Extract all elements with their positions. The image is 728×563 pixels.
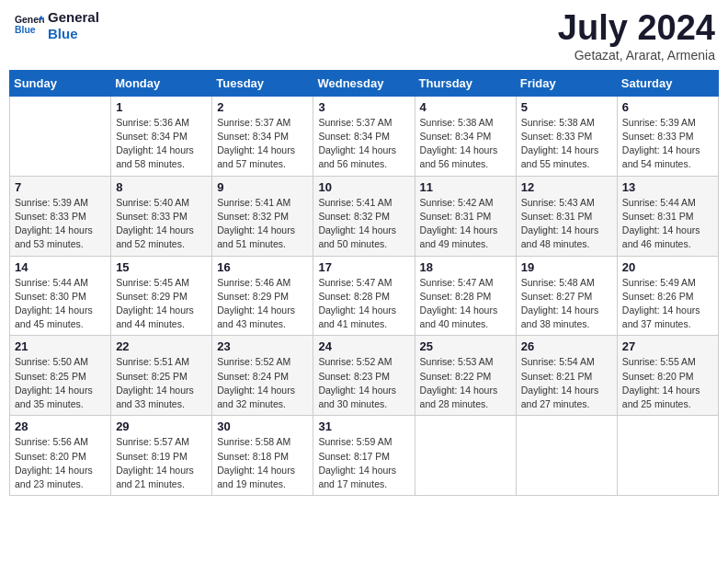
page-header: General Blue General Blue July 2024 Geta…	[9, 9, 719, 63]
calendar-week-row: 7Sunrise: 5:39 AMSunset: 8:33 PMDaylight…	[10, 176, 719, 256]
day-number: 29	[116, 419, 207, 433]
location: Getazat, Ararat, Armenia	[558, 48, 715, 63]
day-number: 21	[15, 339, 106, 353]
calendar-week-row: 14Sunrise: 5:44 AMSunset: 8:30 PMDayligh…	[10, 256, 719, 336]
day-info: Sunrise: 5:41 AMSunset: 8:32 PMDaylight:…	[318, 196, 409, 252]
calendar-cell: 18Sunrise: 5:47 AMSunset: 8:28 PMDayligh…	[415, 256, 516, 336]
day-number: 8	[116, 180, 207, 194]
calendar-week-row: 28Sunrise: 5:56 AMSunset: 8:20 PMDayligh…	[10, 416, 719, 496]
calendar-cell: 27Sunrise: 5:55 AMSunset: 8:20 PMDayligh…	[617, 336, 718, 416]
day-number: 27	[622, 339, 713, 353]
day-info: Sunrise: 5:39 AMSunset: 8:33 PMDaylight:…	[622, 116, 713, 172]
day-info: Sunrise: 5:50 AMSunset: 8:25 PMDaylight:…	[15, 355, 106, 411]
day-of-week-header: Saturday	[617, 70, 718, 96]
day-of-week-header: Wednesday	[313, 70, 415, 96]
day-number: 31	[318, 419, 409, 433]
calendar-cell: 24Sunrise: 5:52 AMSunset: 8:23 PMDayligh…	[313, 336, 415, 416]
day-number: 26	[521, 339, 612, 353]
day-info: Sunrise: 5:47 AMSunset: 8:28 PMDaylight:…	[318, 276, 409, 332]
calendar-cell: 30Sunrise: 5:58 AMSunset: 8:18 PMDayligh…	[212, 416, 313, 496]
day-info: Sunrise: 5:39 AMSunset: 8:33 PMDaylight:…	[15, 196, 106, 252]
svg-text:Blue: Blue	[15, 25, 36, 35]
day-info: Sunrise: 5:52 AMSunset: 8:23 PMDaylight:…	[318, 355, 409, 411]
day-number: 16	[217, 260, 308, 274]
day-info: Sunrise: 5:36 AMSunset: 8:34 PMDaylight:…	[116, 116, 207, 172]
calendar-cell: 13Sunrise: 5:44 AMSunset: 8:31 PMDayligh…	[617, 176, 718, 256]
day-info: Sunrise: 5:42 AMSunset: 8:31 PMDaylight:…	[420, 196, 511, 252]
calendar-cell: 6Sunrise: 5:39 AMSunset: 8:33 PMDaylight…	[617, 96, 718, 176]
calendar-header-row: SundayMondayTuesdayWednesdayThursdayFrid…	[10, 70, 719, 96]
day-info: Sunrise: 5:59 AMSunset: 8:17 PMDaylight:…	[318, 435, 409, 491]
day-number: 14	[15, 260, 106, 274]
calendar-cell: 23Sunrise: 5:52 AMSunset: 8:24 PMDayligh…	[212, 336, 313, 416]
day-info: Sunrise: 5:57 AMSunset: 8:19 PMDaylight:…	[116, 435, 207, 491]
logo-icon: General Blue	[15, 11, 44, 40]
calendar-cell: 26Sunrise: 5:54 AMSunset: 8:21 PMDayligh…	[516, 336, 617, 416]
calendar-week-row: 1Sunrise: 5:36 AMSunset: 8:34 PMDaylight…	[10, 96, 719, 176]
calendar-cell: 19Sunrise: 5:48 AMSunset: 8:27 PMDayligh…	[516, 256, 617, 336]
calendar-cell: 17Sunrise: 5:47 AMSunset: 8:28 PMDayligh…	[313, 256, 415, 336]
calendar-cell: 5Sunrise: 5:38 AMSunset: 8:33 PMDaylight…	[516, 96, 617, 176]
day-number: 10	[318, 180, 409, 194]
day-info: Sunrise: 5:45 AMSunset: 8:29 PMDaylight:…	[116, 276, 207, 332]
day-of-week-header: Tuesday	[212, 70, 313, 96]
calendar-cell: 29Sunrise: 5:57 AMSunset: 8:19 PMDayligh…	[111, 416, 212, 496]
logo: General Blue General Blue	[13, 9, 99, 42]
calendar-cell: 31Sunrise: 5:59 AMSunset: 8:17 PMDayligh…	[313, 416, 415, 496]
day-info: Sunrise: 5:55 AMSunset: 8:20 PMDaylight:…	[622, 355, 713, 411]
day-info: Sunrise: 5:43 AMSunset: 8:31 PMDaylight:…	[521, 196, 612, 252]
day-number: 2	[217, 100, 308, 114]
calendar-table: SundayMondayTuesdayWednesdayThursdayFrid…	[9, 70, 719, 496]
month-title: July 2024	[558, 9, 715, 48]
calendar-cell	[516, 416, 617, 496]
day-number: 4	[420, 100, 511, 114]
day-info: Sunrise: 5:49 AMSunset: 8:26 PMDaylight:…	[622, 276, 713, 332]
day-number: 9	[217, 180, 308, 194]
calendar-week-row: 21Sunrise: 5:50 AMSunset: 8:25 PMDayligh…	[10, 336, 719, 416]
calendar-cell: 10Sunrise: 5:41 AMSunset: 8:32 PMDayligh…	[313, 176, 415, 256]
day-number: 30	[217, 419, 308, 433]
day-info: Sunrise: 5:40 AMSunset: 8:33 PMDaylight:…	[116, 196, 207, 252]
day-of-week-header: Sunday	[10, 70, 111, 96]
calendar-cell: 2Sunrise: 5:37 AMSunset: 8:34 PMDaylight…	[212, 96, 313, 176]
day-number: 22	[116, 339, 207, 353]
day-number: 17	[318, 260, 409, 274]
calendar-cell: 8Sunrise: 5:40 AMSunset: 8:33 PMDaylight…	[111, 176, 212, 256]
day-info: Sunrise: 5:37 AMSunset: 8:34 PMDaylight:…	[318, 116, 409, 172]
day-number: 15	[116, 260, 207, 274]
day-info: Sunrise: 5:53 AMSunset: 8:22 PMDaylight:…	[420, 355, 511, 411]
day-number: 1	[116, 100, 207, 114]
day-number: 23	[217, 339, 308, 353]
day-number: 6	[622, 100, 713, 114]
calendar-cell: 15Sunrise: 5:45 AMSunset: 8:29 PMDayligh…	[111, 256, 212, 336]
day-number: 28	[15, 419, 106, 433]
calendar-cell: 9Sunrise: 5:41 AMSunset: 8:32 PMDaylight…	[212, 176, 313, 256]
calendar-cell: 22Sunrise: 5:51 AMSunset: 8:25 PMDayligh…	[111, 336, 212, 416]
day-info: Sunrise: 5:44 AMSunset: 8:31 PMDaylight:…	[622, 196, 713, 252]
day-info: Sunrise: 5:51 AMSunset: 8:25 PMDaylight:…	[116, 355, 207, 411]
day-info: Sunrise: 5:48 AMSunset: 8:27 PMDaylight:…	[521, 276, 612, 332]
calendar-cell	[415, 416, 516, 496]
day-number: 7	[15, 180, 106, 194]
calendar-cell: 12Sunrise: 5:43 AMSunset: 8:31 PMDayligh…	[516, 176, 617, 256]
logo-general: General	[48, 9, 99, 26]
day-info: Sunrise: 5:38 AMSunset: 8:34 PMDaylight:…	[420, 116, 511, 172]
day-of-week-header: Monday	[111, 70, 212, 96]
day-info: Sunrise: 5:41 AMSunset: 8:32 PMDaylight:…	[217, 196, 308, 252]
calendar-cell: 3Sunrise: 5:37 AMSunset: 8:34 PMDaylight…	[313, 96, 415, 176]
calendar-cell: 14Sunrise: 5:44 AMSunset: 8:30 PMDayligh…	[10, 256, 111, 336]
day-info: Sunrise: 5:54 AMSunset: 8:21 PMDaylight:…	[521, 355, 612, 411]
day-info: Sunrise: 5:56 AMSunset: 8:20 PMDaylight:…	[15, 435, 106, 491]
day-info: Sunrise: 5:46 AMSunset: 8:29 PMDaylight:…	[217, 276, 308, 332]
calendar-cell	[10, 96, 111, 176]
day-number: 13	[622, 180, 713, 194]
calendar-cell	[617, 416, 718, 496]
day-number: 20	[622, 260, 713, 274]
day-number: 3	[318, 100, 409, 114]
calendar-cell: 16Sunrise: 5:46 AMSunset: 8:29 PMDayligh…	[212, 256, 313, 336]
day-info: Sunrise: 5:37 AMSunset: 8:34 PMDaylight:…	[217, 116, 308, 172]
calendar-cell: 21Sunrise: 5:50 AMSunset: 8:25 PMDayligh…	[10, 336, 111, 416]
day-of-week-header: Friday	[516, 70, 617, 96]
day-number: 18	[420, 260, 511, 274]
logo-blue: Blue	[48, 26, 99, 42]
